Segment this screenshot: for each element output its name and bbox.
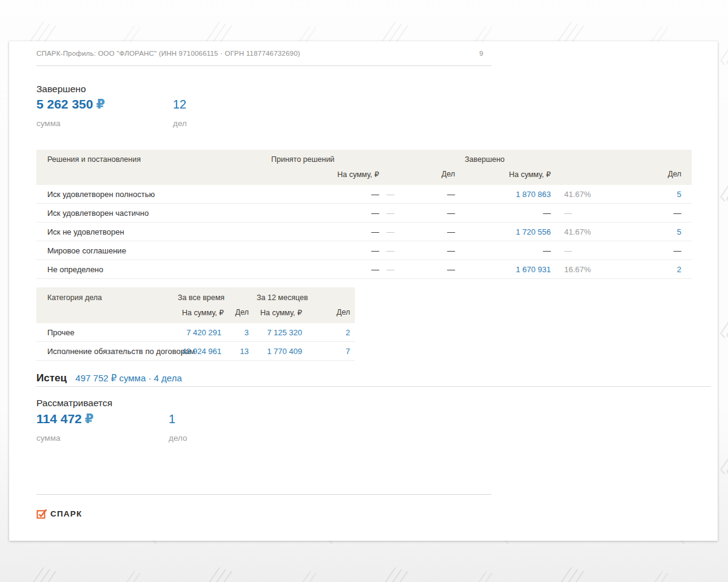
accepted-sum-header: На сумму, ₽ xyxy=(303,170,379,179)
12-months-cases: 7 xyxy=(302,347,350,356)
page-number: 9 xyxy=(479,50,483,57)
ruble-sign: ₽ xyxy=(96,97,105,111)
accepted-percent: — xyxy=(379,190,434,199)
completed-sum: — xyxy=(455,209,551,218)
all-time-sum: 43 924 961 xyxy=(182,347,221,356)
plaintiff-section-heading: Истец 497 752 ₽ сумма · 4 дела xyxy=(36,372,182,384)
row-label: Не определено xyxy=(36,265,303,274)
accepted-cases: — xyxy=(434,190,455,199)
completed-cases-header: Дел xyxy=(607,170,681,179)
table-row: Иск удовлетворен полностью — — — 1 870 8… xyxy=(36,185,692,204)
decisions-table: Решения и постановления Принято решений … xyxy=(36,150,692,279)
accepted-cases: — xyxy=(434,265,455,274)
accepted-sum: — xyxy=(303,209,379,218)
all-time-sum: 7 420 291 xyxy=(182,328,221,337)
decisions-group-accepted: Принято решений xyxy=(271,155,334,164)
in-progress-amount-value: 114 472 xyxy=(36,412,82,426)
decisions-subheader-row: На сумму, ₽ Дел На сумму, ₽ Дел xyxy=(36,170,692,179)
document-page: СПАРК-Профиль: ООО "ФЛОРАНС" (ИНН 971006… xyxy=(9,41,718,541)
accepted-sum: — xyxy=(303,265,379,274)
decisions-table-header: Решения и постановления Принято решений … xyxy=(36,150,692,185)
plaintiff-divider xyxy=(36,386,711,387)
plaintiff-summary: 497 752 ₽ сумма · 4 дела xyxy=(75,373,181,383)
accepted-sum: — xyxy=(303,227,379,236)
accepted-cases: — xyxy=(434,227,455,236)
categories-subheader-row: На сумму, ₽ Дел На сумму, ₽ Дел xyxy=(36,308,355,317)
categories-table-header: Категория дела За все время За 12 месяце… xyxy=(36,287,355,323)
12-months-sum: 1 770 409 xyxy=(249,347,302,356)
completed-sum: — xyxy=(455,246,551,255)
table-row: Иск не удовлетворен — — — 1 720 556 41.6… xyxy=(36,222,692,241)
completed-percent: 41.67% xyxy=(551,227,607,236)
completed-amount: 5 262 350₽ xyxy=(36,97,105,112)
all-time-cases: 3 xyxy=(221,328,249,337)
categories-table: Категория дела За все время За 12 месяце… xyxy=(36,287,355,361)
completed-sum: 1 720 556 xyxy=(455,227,551,236)
header-divider xyxy=(36,65,491,66)
table-row: Не определено — — — 1 670 931 16.67% 2 xyxy=(36,260,692,279)
completed-cases-label: дел xyxy=(173,119,187,128)
in-progress-cases-label: дело xyxy=(169,433,187,443)
completed-percent: — xyxy=(551,246,607,255)
accepted-percent: — xyxy=(379,265,434,274)
completed-amount-value: 5 262 350 xyxy=(36,97,93,111)
categories-group-12-months: За 12 месяцев xyxy=(257,293,308,302)
decisions-label-header: Решения и постановления xyxy=(47,155,141,164)
all-time-sum-header: На сумму, ₽ xyxy=(182,308,221,317)
completed-sum: 1 870 863 xyxy=(455,190,551,199)
accepted-cases: — xyxy=(434,246,455,255)
12-months-cases: 2 xyxy=(302,328,350,337)
completed-cases: 5 xyxy=(607,227,681,236)
accepted-percent: — xyxy=(379,209,434,218)
accepted-cases: — xyxy=(434,209,455,218)
table-row: Прочее 7 420 291 3 7 125 320 2 xyxy=(36,323,355,342)
completed-cases-count: 12 xyxy=(173,98,186,112)
completed-amount-label: сумма xyxy=(36,119,60,128)
ruble-sign: ₽ xyxy=(85,412,94,426)
categories-label-header: Категория дела xyxy=(47,293,102,302)
spark-checkbox-icon xyxy=(36,508,48,520)
plaintiff-title: Истец xyxy=(36,372,67,384)
row-label: Прочее xyxy=(36,328,182,337)
completed-cases: 2 xyxy=(607,265,681,274)
completed-percent: 41.67% xyxy=(551,190,607,199)
in-progress-section-title: Рассматривается xyxy=(36,398,112,409)
row-label: Иск удовлетворен частично xyxy=(36,209,303,218)
row-label: Иск не удовлетворен xyxy=(36,227,303,236)
spark-logo: СПАРК xyxy=(36,508,82,520)
document-title: СПАРК-Профиль: ООО "ФЛОРАНС" (ИНН 971006… xyxy=(36,50,300,57)
completed-sum: 1 670 931 xyxy=(455,265,551,274)
accepted-cases-header: Дел xyxy=(434,170,455,179)
accepted-percent: — xyxy=(379,227,434,236)
completed-percent: — xyxy=(551,209,607,218)
in-progress-cases-count: 1 xyxy=(169,412,175,426)
completed-percent: 16.67% xyxy=(551,265,607,274)
accepted-sum: — xyxy=(303,246,379,255)
in-progress-amount: 114 472₽ xyxy=(36,412,93,426)
all-time-cases-header: Дел xyxy=(221,308,249,317)
row-label: Мировое соглашение xyxy=(36,246,303,255)
table-row: Иск удовлетворен частично — — — — — — xyxy=(36,204,692,222)
in-progress-amount-label: сумма xyxy=(36,433,60,443)
footer-divider xyxy=(36,494,491,495)
completed-section-title: Завершено xyxy=(36,84,86,95)
decisions-group-completed: Завершено xyxy=(465,155,505,164)
12-months-cases-header: Дел xyxy=(302,308,350,317)
row-label: Исполнение обязательств по договорам xyxy=(36,347,182,356)
spark-logo-text: СПАРК xyxy=(50,509,82,518)
row-label: Иск удовлетворен полностью xyxy=(36,190,303,199)
completed-cases: — xyxy=(607,209,681,218)
completed-sum-header: На сумму, ₽ xyxy=(455,170,551,179)
table-row: Исполнение обязательств по договорам 43 … xyxy=(36,342,355,361)
accepted-percent: — xyxy=(379,246,434,255)
12-months-sum-header: На сумму, ₽ xyxy=(249,308,302,317)
categories-group-all-time: За все время xyxy=(178,293,224,302)
12-months-sum: 7 125 320 xyxy=(249,328,302,337)
accepted-sum: — xyxy=(303,190,379,199)
completed-cases: — xyxy=(607,246,681,255)
completed-cases: 5 xyxy=(607,190,681,199)
all-time-cases: 13 xyxy=(221,347,249,356)
table-row: Мировое соглашение — — — — — — xyxy=(36,241,692,260)
